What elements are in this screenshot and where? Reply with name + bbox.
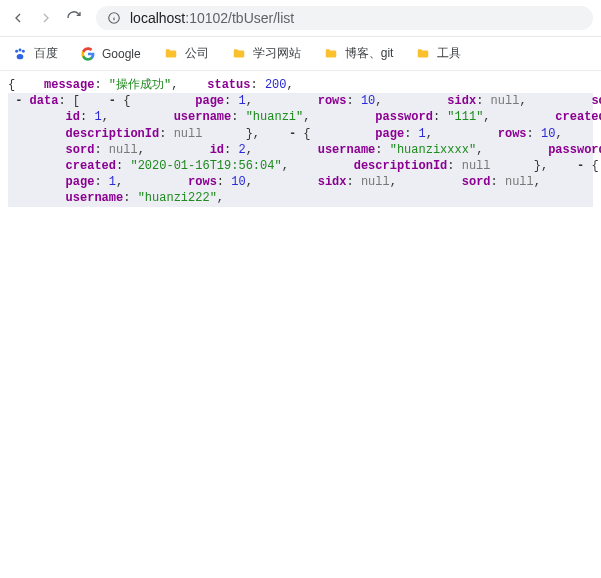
json-line: id: 3, — [548, 175, 601, 189]
svg-point-3 — [15, 49, 18, 52]
google-icon — [80, 46, 96, 62]
folder-icon — [163, 46, 179, 62]
json-line: page: 1, — [318, 127, 433, 141]
json-line: rows: 10, — [260, 94, 382, 108]
bookmarks-bar: 百度 Google 公司 学习网站 博客、git 工具 — [0, 37, 601, 71]
url-bar[interactable]: localhost:10102/tbUser/list — [96, 6, 593, 30]
json-line: id: 1, — [8, 110, 109, 124]
json-line: username: "huanzi222", — [8, 191, 224, 205]
json-brace-open: { — [8, 78, 15, 92]
bookmark-label: Google — [102, 47, 141, 61]
bookmark-google[interactable]: Google — [80, 46, 141, 62]
bookmark-folder-blog[interactable]: 博客、git — [323, 45, 394, 62]
json-line: id: 2, — [152, 143, 253, 157]
bookmark-folder-company[interactable]: 公司 — [163, 45, 209, 62]
url-port: :10102 — [185, 10, 228, 26]
json-line: page: 1, — [138, 94, 253, 108]
json-line-status: status: 200, — [186, 78, 294, 92]
site-info-icon[interactable] — [106, 10, 122, 26]
collapse-toggle-icon[interactable]: - — [577, 159, 584, 173]
bookmark-label: 工具 — [437, 45, 461, 62]
json-line: descriptionId: null — [296, 159, 490, 173]
json-array-item-open: - { — [555, 159, 598, 173]
json-line: sord: null, — [8, 143, 145, 157]
url-host: localhost — [130, 10, 185, 26]
json-line: password: "111", — [318, 110, 491, 124]
browser-nav-bar: localhost:10102/tbUser/list — [0, 0, 601, 37]
forward-icon[interactable] — [36, 8, 56, 28]
json-line: username: "huanzi", — [116, 110, 310, 124]
json-array-item-close: }, — [210, 127, 260, 141]
bookmark-folder-study[interactable]: 学习网站 — [231, 45, 301, 62]
json-line: sidx: null, — [390, 94, 527, 108]
bookmark-label: 公司 — [185, 45, 209, 62]
json-line: created: "2020-01-16T19:56:04", — [8, 159, 289, 173]
json-array-item-open: - { — [267, 127, 310, 141]
reload-icon[interactable] — [64, 8, 84, 28]
bookmark-folder-tools[interactable]: 工具 — [415, 45, 461, 62]
json-array-item-open: - { — [87, 94, 130, 108]
collapse-toggle-icon[interactable]: - — [15, 94, 22, 108]
svg-point-4 — [19, 48, 22, 51]
json-line: username: "huanzixxxx", — [260, 143, 483, 157]
json-array-item-close: }, — [498, 159, 548, 173]
svg-point-6 — [17, 54, 24, 59]
json-line: descriptionId: null — [8, 127, 202, 141]
json-line: password: "111222", — [491, 143, 601, 157]
json-line: sidx: null, — [260, 175, 397, 189]
json-line: rows: 10, — [130, 175, 252, 189]
collapse-toggle-icon[interactable]: - — [109, 94, 116, 108]
svg-point-5 — [22, 49, 25, 52]
json-line: created: "2020-01-10T15:56:04", — [498, 110, 601, 124]
url-path: /tbUser/list — [228, 10, 294, 26]
json-line: sord: null, — [404, 175, 541, 189]
folder-icon — [415, 46, 431, 62]
json-viewer: { message: "操作成功", status: 200, - data: … — [0, 71, 601, 213]
json-line-message: message: "操作成功", — [22, 78, 178, 92]
back-icon[interactable] — [8, 8, 28, 28]
folder-icon — [323, 46, 339, 62]
json-line: sidx: null, — [570, 127, 601, 141]
collapse-toggle-icon[interactable]: - — [289, 127, 296, 141]
json-line-data: - data: [ — [8, 94, 80, 108]
bookmark-label: 百度 — [34, 45, 58, 62]
bookmark-label: 博客、git — [345, 45, 394, 62]
json-line: rows: 10, — [440, 127, 562, 141]
json-line: sord: null, — [534, 94, 601, 108]
bookmark-label: 学习网站 — [253, 45, 301, 62]
bookmark-baidu[interactable]: 百度 — [12, 45, 58, 62]
url-text: localhost:10102/tbUser/list — [130, 10, 294, 26]
json-line: page: 1, — [8, 175, 123, 189]
folder-icon — [231, 46, 247, 62]
paw-icon — [12, 46, 28, 62]
